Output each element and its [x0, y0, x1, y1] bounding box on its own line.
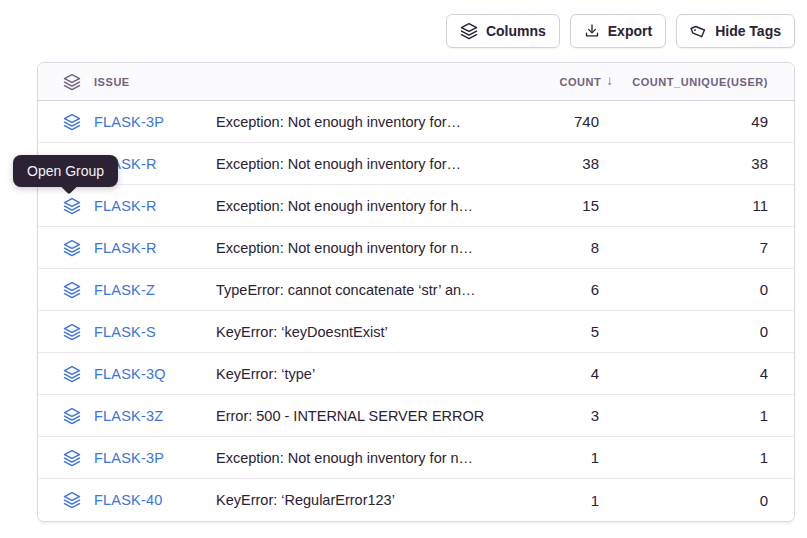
stack-icon — [63, 113, 81, 131]
count-value: 4 — [514, 365, 624, 382]
count-unique-value: 1 — [624, 449, 794, 466]
stack-icon — [63, 197, 81, 215]
count-value: 1 — [514, 492, 624, 509]
column-header-count[interactable]: COUNT ↓ — [514, 74, 624, 89]
stack-icon — [63, 407, 81, 425]
stack-icon — [63, 73, 81, 91]
issue-message: KeyError: ‘type’ — [216, 366, 514, 382]
count-value: 6 — [514, 281, 624, 298]
issue-cell: FLASK-S — [38, 323, 216, 341]
table-row[interactable]: FLASK-3PException: Not enough inventory … — [38, 101, 794, 143]
issue-message: Exception: Not enough inventory for n… — [216, 240, 514, 256]
count-unique-value: 4 — [624, 365, 794, 382]
count-unique-value: 49 — [624, 113, 794, 130]
stack-icon — [63, 365, 81, 383]
count-value: 1 — [514, 449, 624, 466]
column-header-issue[interactable]: ISSUE — [38, 73, 216, 91]
issue-link[interactable]: FLASK-R — [94, 240, 157, 256]
count-unique-value: 38 — [624, 155, 794, 172]
issue-cell: FLASK-R — [38, 197, 216, 215]
issue-message: Exception: Not enough inventory for n… — [216, 450, 514, 466]
issue-message: Exception: Not enough inventory for… — [216, 156, 514, 172]
stack-icon — [63, 323, 81, 341]
column-header-issue-label: ISSUE — [94, 76, 130, 88]
issue-link[interactable]: FLASK-3P — [94, 450, 164, 466]
tag-icon — [690, 23, 707, 40]
table-body: FLASK-3PException: Not enough inventory … — [38, 101, 794, 521]
issue-message: KeyError: ‘RegularError123’ — [216, 492, 514, 508]
sort-descending-icon: ↓ — [606, 73, 613, 88]
count-unique-value: 1 — [624, 407, 794, 424]
count-value: 8 — [514, 239, 624, 256]
issue-cell: FLASK-3P — [38, 449, 216, 467]
issue-message: Exception: Not enough inventory for… — [216, 114, 514, 130]
count-unique-value: 0 — [624, 323, 794, 340]
issues-table: ISSUE COUNT ↓ COUNT_UNIQUE(USER) FLASK-3… — [37, 62, 795, 522]
issue-cell: FLASK-3Q — [38, 365, 216, 383]
open-group-tooltip: Open Group — [13, 155, 118, 187]
stack-icon — [460, 22, 478, 40]
issue-message: KeyError: ‘keyDoesntExist’ — [216, 324, 514, 340]
table-row[interactable]: FLASK-3PException: Not enough inventory … — [38, 437, 794, 479]
tooltip-label: Open Group — [27, 163, 104, 179]
table-row[interactable]: FLASK-3QKeyError: ‘type’44 — [38, 353, 794, 395]
issue-cell: FLASK-40 — [38, 491, 216, 509]
issue-cell: FLASK-R — [38, 239, 216, 257]
export-button[interactable]: Export — [570, 14, 666, 48]
issue-link[interactable]: FLASK-S — [94, 324, 156, 340]
stack-icon — [63, 491, 81, 509]
count-unique-value: 11 — [624, 197, 794, 214]
table-row[interactable]: FLASK-RException: Not enough inventory f… — [38, 227, 794, 269]
count-unique-value: 0 — [624, 492, 794, 509]
issue-cell: FLASK-3Z — [38, 407, 216, 425]
table-header-row: ISSUE COUNT ↓ COUNT_UNIQUE(USER) — [38, 63, 794, 101]
hide-tags-button[interactable]: Hide Tags — [676, 14, 795, 48]
columns-button[interactable]: Columns — [446, 14, 560, 48]
issue-cell: FLASK-Z — [38, 281, 216, 299]
issue-message: Error: 500 - INTERNAL SERVER ERROR — [216, 408, 514, 424]
count-unique-value: 7 — [624, 239, 794, 256]
count-unique-value: 0 — [624, 281, 794, 298]
stack-icon — [63, 239, 81, 257]
issue-link[interactable]: FLASK-3Q — [94, 366, 166, 382]
table-row[interactable]: FLASK-SKeyError: ‘keyDoesntExist’50 — [38, 311, 794, 353]
hide-tags-button-label: Hide Tags — [715, 23, 781, 39]
issue-message: TypeError: cannot concatenate ‘str’ an… — [216, 282, 514, 298]
count-value: 740 — [514, 113, 624, 130]
issue-message: Exception: Not enough inventory for h… — [216, 198, 514, 214]
issue-link[interactable]: FLASK-40 — [94, 492, 163, 508]
table-row[interactable]: FLASK-RException: Not enough inventory f… — [38, 143, 794, 185]
issue-link[interactable]: FLASK-R — [94, 198, 157, 214]
count-value: 3 — [514, 407, 624, 424]
download-icon — [584, 23, 600, 39]
export-button-label: Export — [608, 23, 652, 39]
stack-icon — [63, 281, 81, 299]
issue-link[interactable]: FLASK-3P — [94, 114, 164, 130]
stack-icon — [63, 449, 81, 467]
count-value: 38 — [514, 155, 624, 172]
table-row[interactable]: FLASK-40KeyError: ‘RegularError123’10 — [38, 479, 794, 521]
count-value: 5 — [514, 323, 624, 340]
issue-link[interactable]: FLASK-3Z — [94, 408, 163, 424]
issue-cell: FLASK-3P — [38, 113, 216, 131]
column-header-count-label: COUNT — [559, 76, 601, 88]
issue-link[interactable]: FLASK-Z — [94, 282, 155, 298]
count-value: 15 — [514, 197, 624, 214]
table-row[interactable]: FLASK-RException: Not enough inventory f… — [38, 185, 794, 227]
table-row[interactable]: FLASK-3ZError: 500 - INTERNAL SERVER ERR… — [38, 395, 794, 437]
columns-button-label: Columns — [486, 23, 546, 39]
toolbar: Columns Export Hide Tags — [446, 14, 795, 48]
discover-results-page: Columns Export Hide Tags ISSUE COUNT ↓ C… — [0, 0, 807, 538]
column-header-count-unique[interactable]: COUNT_UNIQUE(USER) — [624, 76, 794, 88]
table-row[interactable]: FLASK-ZTypeError: cannot concatenate ‘st… — [38, 269, 794, 311]
